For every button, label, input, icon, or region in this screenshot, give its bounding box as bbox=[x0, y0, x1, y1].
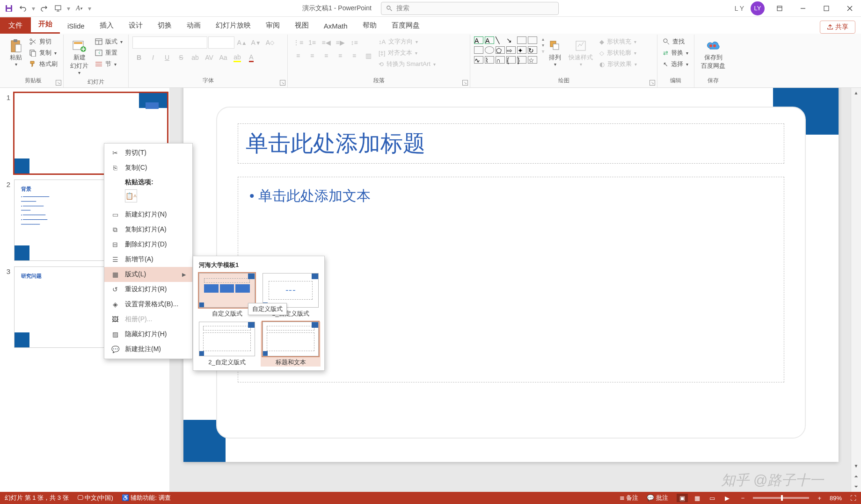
indent-inc-icon[interactable]: ≡▶ bbox=[334, 36, 347, 49]
dropdown-caret-icon[interactable]: ▾ bbox=[32, 5, 35, 12]
font-color-icon[interactable]: A▾ bbox=[73, 2, 85, 14]
columns-icon[interactable]: ▥ bbox=[362, 50, 375, 62]
save-icon[interactable] bbox=[3, 2, 15, 14]
text-direction-button[interactable]: ↕A文字方向▾ bbox=[377, 36, 438, 47]
font-size-select[interactable] bbox=[208, 36, 234, 49]
layout-button[interactable]: 版式▾ bbox=[93, 36, 124, 47]
align-center-icon[interactable]: ≡ bbox=[306, 50, 319, 62]
status-accessibility[interactable]: ♿ 辅助功能: 调查 bbox=[122, 494, 171, 502]
status-comments[interactable]: 💬 批注 bbox=[647, 494, 668, 502]
tab-axmath[interactable]: AxMath bbox=[316, 18, 355, 34]
ctx-background[interactable]: ◈设置背景格式(B)... bbox=[104, 297, 192, 312]
line-spacing-icon[interactable]: ↕≡ bbox=[348, 36, 361, 49]
zoom-slider[interactable] bbox=[753, 497, 809, 499]
quick-styles-button[interactable]: 快速样式▾ bbox=[566, 36, 596, 69]
font-name-select[interactable] bbox=[132, 36, 207, 49]
status-slide-info[interactable]: 幻灯片 第 1 张，共 3 张 bbox=[5, 494, 69, 502]
cut-button[interactable]: 剪切 bbox=[27, 36, 59, 47]
arrange-button[interactable]: 排列▾ bbox=[546, 36, 564, 69]
dialog-launcher-icon[interactable]: ↘ bbox=[280, 80, 285, 86]
layout-option-4[interactable]: 标题和文本 bbox=[261, 322, 321, 367]
maximize-icon[interactable] bbox=[818, 2, 835, 14]
ctx-copy[interactable]: ⎘复制(C) bbox=[104, 160, 192, 175]
ctx-comment[interactable]: 💬新建批注(M) bbox=[104, 342, 192, 357]
ctx-delete[interactable]: ⊟删除幻灯片(D) bbox=[104, 237, 192, 252]
increase-font-icon[interactable]: A▲ bbox=[235, 36, 248, 49]
next-slide-icon[interactable]: ⏷ bbox=[851, 482, 861, 491]
copy-button[interactable]: 复制▾ bbox=[27, 48, 59, 58]
tab-file[interactable]: 文件 bbox=[0, 17, 31, 34]
font-color-icon[interactable]: A bbox=[245, 51, 258, 64]
bullets-icon[interactable]: ⋮≡ bbox=[292, 36, 305, 49]
replace-button[interactable]: ⇄替换▾ bbox=[661, 48, 690, 58]
paste-keep-format-icon[interactable]: 📋A bbox=[125, 189, 137, 202]
shapes-gallery[interactable]: AA╲↘ ⬠⇨✦↻ ∿⌇∩{}☆ bbox=[474, 36, 538, 65]
shape-effects-button[interactable]: ◐形状效果▾ bbox=[598, 59, 639, 69]
align-left-icon[interactable]: ≡ bbox=[292, 50, 305, 62]
tab-animation[interactable]: 动画 bbox=[179, 17, 208, 34]
zoom-out-icon[interactable]: − bbox=[741, 495, 745, 502]
align-right-icon[interactable]: ≡ bbox=[320, 50, 333, 62]
case-icon[interactable]: Aa bbox=[217, 51, 230, 64]
tab-baidu[interactable]: 百度网盘 bbox=[384, 17, 427, 34]
indent-dec-icon[interactable]: ≡◀ bbox=[320, 36, 333, 49]
align-text-button[interactable]: [‡]对齐文本▾ bbox=[377, 48, 438, 58]
italic-icon[interactable]: I bbox=[146, 51, 160, 64]
tab-insert[interactable]: 插入 bbox=[92, 17, 121, 34]
minimize-icon[interactable] bbox=[795, 2, 811, 14]
tab-view[interactable]: 视图 bbox=[287, 17, 316, 34]
shadow-icon[interactable]: ab bbox=[189, 51, 202, 64]
ctx-layout[interactable]: ▦版式(L)▶ bbox=[104, 267, 192, 282]
tab-slideshow[interactable]: 幻灯片放映 bbox=[208, 17, 258, 34]
dialog-launcher-icon[interactable]: ↘ bbox=[462, 80, 468, 86]
fit-window-icon[interactable]: ⛶ bbox=[850, 495, 856, 502]
ctx-hide[interactable]: ▨隐藏幻灯片(H) bbox=[104, 327, 192, 342]
ctx-cut[interactable]: ✂剪切(T) bbox=[104, 145, 192, 160]
dialog-launcher-icon[interactable]: ↘ bbox=[649, 80, 655, 86]
shape-fill-button[interactable]: ◆形状填充▾ bbox=[598, 36, 639, 47]
tab-home[interactable]: 开始 bbox=[31, 16, 60, 34]
avatar[interactable]: LY bbox=[751, 1, 765, 15]
normal-view-icon[interactable]: ▣ bbox=[677, 494, 688, 502]
tab-design[interactable]: 设计 bbox=[121, 17, 150, 34]
ctx-new-slide[interactable]: ▭新建幻灯片(N) bbox=[104, 207, 192, 222]
paste-button[interactable]: 粘贴▾ bbox=[7, 36, 25, 69]
ribbon-display-icon[interactable] bbox=[771, 2, 788, 14]
title-placeholder[interactable]: 单击此处添加标题 bbox=[238, 123, 784, 164]
tab-review[interactable]: 审阅 bbox=[258, 17, 287, 34]
tab-help[interactable]: 帮助 bbox=[355, 17, 384, 34]
new-slide-button[interactable]: 新建 幻灯片▾ bbox=[67, 36, 91, 77]
find-button[interactable]: 查找 bbox=[661, 36, 690, 47]
slideshow-view-icon[interactable]: ▶ bbox=[722, 494, 733, 502]
section-button[interactable]: 节▾ bbox=[93, 59, 124, 69]
select-button[interactable]: ↖选择▾ bbox=[661, 59, 690, 69]
underline-icon[interactable]: U bbox=[161, 51, 174, 64]
layout-option-3[interactable]: 2_自定义版式 bbox=[197, 322, 257, 367]
sorter-view-icon[interactable]: ▦ bbox=[692, 494, 703, 502]
vertical-scrollbar[interactable]: ▲ ▼ ⏶ ⏷ bbox=[851, 88, 861, 492]
dialog-launcher-icon[interactable]: ↘ bbox=[56, 80, 61, 86]
undo-icon[interactable] bbox=[17, 2, 29, 14]
format-painter-button[interactable]: 格式刷 bbox=[27, 59, 59, 69]
status-notes[interactable]: ≣ 备注 bbox=[620, 494, 639, 502]
prev-slide-icon[interactable]: ⏶ bbox=[851, 471, 861, 481]
tab-transition[interactable]: 切换 bbox=[150, 17, 179, 34]
smartart-button[interactable]: ⟲转换为 SmartArt▾ bbox=[377, 59, 438, 69]
scroll-up-icon[interactable]: ▲ bbox=[851, 88, 861, 97]
bold-icon[interactable]: B bbox=[132, 51, 146, 64]
highlight-icon[interactable]: ab bbox=[231, 51, 244, 64]
ctx-duplicate[interactable]: ⧉复制幻灯片(A) bbox=[104, 222, 192, 237]
decrease-font-icon[interactable]: A▼ bbox=[249, 36, 263, 49]
close-icon[interactable] bbox=[841, 2, 858, 14]
numbering-icon[interactable]: 1≡ bbox=[306, 36, 319, 49]
ctx-add-section[interactable]: ☰新增节(A) bbox=[104, 252, 192, 267]
redo-icon[interactable] bbox=[38, 2, 50, 14]
status-lang[interactable]: 🖵 中文(中国) bbox=[77, 494, 113, 502]
share-button[interactable]: 共享 bbox=[820, 21, 855, 34]
tab-islide[interactable]: iSlide bbox=[60, 18, 92, 34]
zoom-level[interactable]: 89% bbox=[830, 495, 842, 502]
save-to-baidu-button[interactable]: 保存到 百度网盘 bbox=[698, 36, 728, 72]
qat-customize-icon[interactable]: ▾ bbox=[88, 5, 91, 12]
strike-icon[interactable]: S bbox=[175, 51, 188, 64]
scroll-down-icon[interactable]: ▼ bbox=[851, 461, 861, 470]
